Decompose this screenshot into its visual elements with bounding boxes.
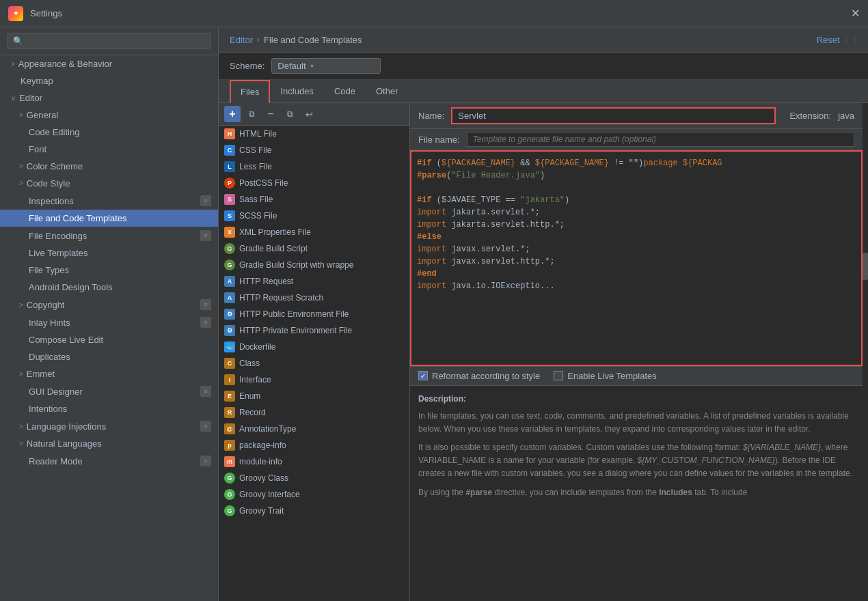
sidebar-label-natural-languages: Natural Languages bbox=[27, 438, 102, 449]
expand-icon-appearance: > bbox=[11, 60, 15, 68]
name-label: Name: bbox=[418, 111, 444, 121]
sidebar-item-keymap[interactable]: Keymap bbox=[0, 72, 218, 89]
file-item[interactable]: ⚙HTTP Public Environment File bbox=[219, 306, 409, 322]
template-name-input[interactable] bbox=[451, 107, 776, 124]
file-item[interactable]: PPostCSS File bbox=[219, 175, 409, 191]
sidebar-item-duplicates[interactable]: Duplicates bbox=[0, 348, 218, 365]
file-item[interactable]: GGradle Build Script with wrappe bbox=[219, 257, 409, 273]
code-editor[interactable]: #if (${PACKAGE_NAME} && ${PACKAGE_NAME} … bbox=[410, 150, 863, 366]
add-template-button[interactable]: + bbox=[224, 106, 241, 122]
file-icon-less: L bbox=[224, 161, 235, 172]
sidebar-badge-reader-mode: ≡ bbox=[200, 456, 211, 466]
file-item[interactable]: CCSS File bbox=[219, 142, 409, 158]
file-item[interactable]: mmodule-info bbox=[219, 453, 409, 470]
file-item[interactable]: @AnnotationType bbox=[219, 421, 409, 437]
search-input[interactable] bbox=[7, 33, 211, 49]
reset-button[interactable]: Reset bbox=[817, 35, 840, 45]
filename-row: File name: bbox=[410, 129, 863, 150]
file-name: Groovy Interface bbox=[239, 490, 300, 499]
file-item[interactable]: 🐳Dockerfile bbox=[219, 339, 409, 355]
file-name: Enum bbox=[239, 391, 260, 401]
revert-template-button[interactable]: ↩ bbox=[301, 106, 317, 122]
file-item[interactable]: RRecord bbox=[219, 404, 409, 421]
file-item[interactable]: LLess File bbox=[219, 158, 409, 175]
sidebar-item-intentions[interactable]: Intentions bbox=[0, 400, 218, 417]
code-line-8: import javax.servlet.*; bbox=[417, 243, 856, 255]
file-item[interactable]: SSass File bbox=[219, 191, 409, 208]
file-icon-scss: S bbox=[224, 210, 235, 221]
sidebar-item-code-editing[interactable]: Code Editing bbox=[0, 124, 218, 141]
sidebar-item-general[interactable]: >General bbox=[0, 107, 218, 124]
file-name: CSS File bbox=[239, 145, 271, 155]
right-scrollbar[interactable] bbox=[863, 103, 868, 601]
breadcrumb-parent[interactable]: Editor bbox=[230, 35, 253, 45]
tab-code[interactable]: Code bbox=[324, 80, 366, 103]
sidebar-item-reader-mode[interactable]: Reader Mode≡ bbox=[0, 452, 218, 470]
sidebar-item-file-encodings[interactable]: File Encodings≡ bbox=[0, 227, 218, 244]
sidebar-item-inlay-hints[interactable]: Inlay Hints≡ bbox=[0, 313, 218, 331]
file-name: Record bbox=[239, 408, 266, 417]
sidebar-item-compose-live-edit[interactable]: Compose Live Edit bbox=[0, 331, 218, 348]
tab-files[interactable]: Files bbox=[230, 80, 270, 103]
sidebar-item-android-design-tools[interactable]: Android Design Tools bbox=[0, 279, 218, 296]
sidebar-item-code-style[interactable]: >Code Style bbox=[0, 175, 218, 192]
file-item[interactable]: XXML Properties File bbox=[219, 224, 409, 240]
sidebar-label-language-injections: Language Injections bbox=[27, 421, 106, 432]
nav-back-button[interactable]: ‹ bbox=[845, 34, 849, 45]
breadcrumb-actions: Reset ‹ › bbox=[817, 34, 857, 45]
copy-template-button[interactable]: ⧉ bbox=[243, 106, 260, 122]
description-area: Description: In file templates, you can … bbox=[410, 386, 863, 602]
extension-label: Extension: bbox=[789, 111, 831, 121]
live-templates-checkbox[interactable] bbox=[554, 371, 563, 380]
expand-icon-emmet: > bbox=[19, 370, 23, 378]
file-icon-gradle: G bbox=[224, 243, 235, 254]
duplicate-template-button[interactable]: ⧉ bbox=[282, 106, 298, 122]
file-name: Groovy Class bbox=[239, 473, 288, 483]
filename-input[interactable] bbox=[467, 132, 854, 147]
sidebar-item-font[interactable]: Font bbox=[0, 141, 218, 158]
sidebar-label-compose-live-edit: Compose Live Edit bbox=[29, 335, 103, 345]
tab-includes[interactable]: Includes bbox=[270, 80, 323, 103]
file-item[interactable]: GGroovy Interface bbox=[219, 486, 409, 503]
file-item[interactable]: EEnum bbox=[219, 388, 409, 404]
sidebar-item-emmet[interactable]: >Emmet bbox=[0, 365, 218, 382]
right-panel: Name: Extension: java File name: #if (${… bbox=[410, 103, 863, 601]
sidebar-item-color-scheme[interactable]: >Color Scheme bbox=[0, 158, 218, 175]
nav-forward-button[interactable]: › bbox=[854, 34, 857, 45]
sidebar-item-editor[interactable]: ∨Editor bbox=[0, 89, 218, 107]
file-item[interactable]: CClass bbox=[219, 355, 409, 372]
name-extension-row: Name: Extension: java bbox=[410, 103, 863, 129]
sidebar-item-appearance[interactable]: >Appearance & Behavior bbox=[0, 55, 218, 72]
reformat-checkbox[interactable]: ✓ bbox=[418, 371, 428, 380]
file-item[interactable]: ppackage-info bbox=[219, 437, 409, 453]
file-name: Groovy Trait bbox=[239, 506, 284, 516]
breadcrumb-current: File and Code Templates bbox=[264, 35, 362, 45]
file-item[interactable]: IInterface bbox=[219, 372, 409, 388]
sidebar-item-file-types[interactable]: File Types bbox=[0, 262, 218, 279]
file-item[interactable]: AHTTP Request bbox=[219, 273, 409, 290]
file-item[interactable]: ⚙HTTP Private Environment File bbox=[219, 322, 409, 339]
tab-other[interactable]: Other bbox=[366, 80, 409, 103]
sidebar-item-gui-designer[interactable]: GUI Designer≡ bbox=[0, 382, 218, 400]
sidebar-item-file-code-templates[interactable]: File and Code Templates bbox=[0, 210, 218, 227]
sidebar-item-natural-languages[interactable]: >Natural Languages bbox=[0, 435, 218, 452]
file-item[interactable]: GGroovy Class bbox=[219, 470, 409, 486]
file-item[interactable]: GGroovy Trait bbox=[219, 503, 409, 519]
sidebar-item-language-injections[interactable]: >Language Injections≡ bbox=[0, 417, 218, 435]
close-button[interactable]: ✕ bbox=[851, 7, 860, 20]
file-item[interactable]: SSCSS File bbox=[219, 208, 409, 224]
file-icon-module: m bbox=[224, 456, 235, 467]
file-icon-java: C bbox=[224, 358, 235, 369]
sidebar-label-gui-designer: GUI Designer bbox=[29, 387, 83, 397]
scheme-dropdown[interactable]: Default ▾ bbox=[271, 58, 381, 74]
file-item[interactable]: HHTML File bbox=[219, 126, 409, 142]
file-icon-green: G bbox=[224, 473, 235, 484]
sidebar-item-live-templates[interactable]: Live Templates bbox=[0, 244, 218, 262]
check-mark: ✓ bbox=[420, 372, 426, 380]
delete-template-button[interactable]: − bbox=[262, 106, 279, 122]
file-item[interactable]: GGradle Build Script bbox=[219, 240, 409, 257]
sidebar-item-inspections[interactable]: Inspections≡ bbox=[0, 192, 218, 210]
file-item[interactable]: AHTTP Request Scratch bbox=[219, 290, 409, 306]
file-name: XML Properties File bbox=[239, 227, 311, 237]
sidebar-item-copyright[interactable]: >Copyright≡ bbox=[0, 296, 218, 313]
